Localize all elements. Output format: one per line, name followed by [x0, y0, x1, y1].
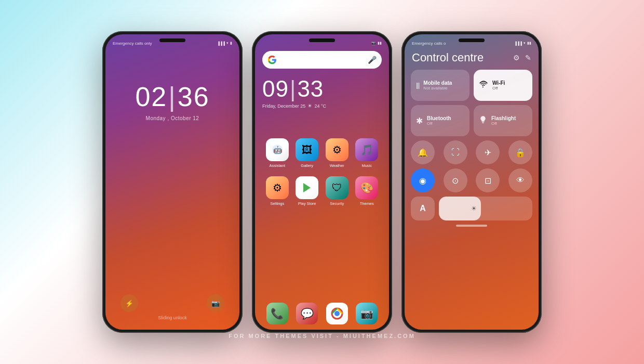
- app-security[interactable]: 🛡 Security: [324, 176, 351, 206]
- signal-icon: ▐▐▐: [217, 42, 225, 45]
- phone2-time-widget: 09 | 33 Friday, December 25 ☀ 24 °C: [262, 76, 326, 109]
- phone1-lock-bottom: ⚡ 📷 Sliding unlock: [105, 294, 239, 320]
- weather-app-icon: ⚙: [326, 138, 348, 161]
- location-circle[interactable]: ◉: [411, 168, 435, 192]
- phone3-notch: [459, 38, 485, 42]
- wifi-icon: ▾: [226, 41, 229, 45]
- weather-icon: ☀: [307, 103, 312, 109]
- flashlight-tile[interactable]: Flashlight Off: [474, 105, 532, 136]
- control-centre-tiles: ||| Mobile data Not available Wi-Fi Off: [411, 70, 532, 227]
- phone2-time-sep: |: [290, 76, 296, 102]
- airplane-circle[interactable]: ✈: [476, 140, 500, 164]
- wifi-label: Wi-Fi: [492, 80, 527, 86]
- phone-3: Emergency calls o ▐▐▐ ▾ ▮▮ Control centr…: [401, 31, 542, 333]
- mobile-data-sub: Not available: [423, 86, 464, 90]
- phone1-background: [105, 34, 239, 330]
- cc-settings-icon[interactable]: ⚙: [513, 54, 520, 62]
- mic-icon[interactable]: 🎤: [368, 56, 377, 64]
- phone3-signal: ▐▐▐: [514, 42, 522, 45]
- alarm-circle[interactable]: 🔔: [411, 140, 435, 164]
- dock-messages[interactable]: 💬: [296, 303, 318, 324]
- phone3-status-text: Emergency calls o: [412, 41, 446, 46]
- gallery-label: Gallery: [301, 163, 313, 168]
- app-playstore[interactable]: Play Store: [293, 176, 320, 206]
- phone2-hour: 09: [262, 76, 289, 102]
- music-label: Music: [361, 163, 372, 168]
- expand-circle[interactable]: ⊡: [476, 168, 500, 192]
- assistant-icon: 🤖: [266, 138, 289, 161]
- lock-circle[interactable]: 🔒: [508, 140, 532, 164]
- cc-edit-icon[interactable]: ✎: [525, 54, 531, 62]
- dock-chrome[interactable]: [326, 303, 348, 324]
- app-settings[interactable]: ⚙ Settings: [264, 176, 291, 206]
- brightness-tile[interactable]: ☀: [439, 197, 532, 220]
- mobile-data-icon: |||: [416, 82, 419, 89]
- eye-circle[interactable]: 👁: [508, 168, 532, 192]
- dock-phone[interactable]: 📞: [266, 303, 288, 324]
- app-music[interactable]: 🎵 Music: [353, 138, 380, 168]
- phone3-wifi: ▾: [524, 41, 526, 45]
- phone1-notch: [159, 38, 185, 42]
- battery-icon: ▮: [230, 41, 232, 45]
- portrait-circle[interactable]: ⛶: [444, 140, 467, 164]
- app-gallery[interactable]: 🖼 Gallery: [293, 138, 320, 168]
- cc-tiles-row1: ||| Mobile data Not available Wi-Fi Off: [411, 70, 532, 101]
- google-g-icon: [267, 55, 277, 64]
- app-weather[interactable]: ⚙ Weather: [324, 138, 351, 168]
- wifi-tile-icon: [479, 80, 488, 91]
- camera-button[interactable]: 📷: [207, 294, 224, 312]
- phone2-minute: 33: [297, 76, 324, 102]
- phone1-screen: Emergency calls only ▐▐▐ ▾ ▮ 02 | 36 Mon…: [105, 34, 239, 330]
- mobile-data-text: Mobile data Not available: [423, 80, 464, 90]
- phone2-weather: 24 °C: [314, 103, 326, 109]
- mobile-data-tile[interactable]: ||| Mobile data Not available: [411, 70, 469, 101]
- flashlight-icon: [479, 115, 487, 126]
- cc-bottom-row: A ☀: [411, 197, 532, 220]
- flashlight-label: Flashlight: [491, 115, 527, 121]
- themes-icon: 🎨: [355, 176, 378, 199]
- weather-label: Weather: [330, 163, 344, 168]
- phone3-status-icons: ▐▐▐ ▾ ▮▮: [514, 41, 531, 45]
- phone1-minute: 36: [178, 81, 210, 112]
- phone3-screen: Emergency calls o ▐▐▐ ▾ ▮▮ Control centr…: [405, 34, 539, 330]
- assistant-label: Assistant: [270, 163, 285, 168]
- app-assistant[interactable]: 🤖 Assistant: [264, 138, 291, 168]
- settings-label: Settings: [270, 201, 284, 206]
- app-row-2: ⚙ Settings Play Store 🛡 Security 🎨 Theme…: [262, 176, 382, 206]
- app-themes[interactable]: 🎨 Themes: [353, 176, 380, 206]
- flashlight-sub: Off: [491, 121, 527, 126]
- svg-text:🤖: 🤖: [273, 146, 282, 154]
- brightness-fill: ☀: [439, 197, 481, 220]
- font-tile[interactable]: A: [411, 197, 435, 220]
- watermark: FOR MORE THEMES VISIT - MIUITHEMEZ.COM: [229, 333, 415, 339]
- cc-circles-row2: ◉ ⊙ ⊡ 👁: [411, 168, 532, 192]
- mobile-data-label: Mobile data: [423, 80, 464, 86]
- phone2-camera-icon: 📷: [371, 41, 376, 45]
- control-centre-title: Control centre: [412, 51, 484, 64]
- svg-point-4: [334, 311, 340, 316]
- search-bar[interactable]: 🎤: [262, 51, 382, 69]
- wifi-tile[interactable]: Wi-Fi Off: [474, 70, 532, 101]
- wifi-sub: Off: [492, 86, 527, 90]
- phone1-quick-actions: ⚡ 📷: [120, 294, 224, 312]
- bluetooth-label: Bluetooth: [427, 115, 464, 121]
- phone1-time-sep: |: [168, 81, 177, 112]
- phone2-dock: 📞 💬 📷: [262, 303, 382, 324]
- phone2-status-icons: 📷 ▮▮: [371, 41, 382, 45]
- flashlight-button[interactable]: ⚡: [120, 294, 138, 312]
- phone1-clock: 02 | 36: [105, 81, 239, 112]
- bluetooth-tile[interactable]: ✱ Bluetooth Off: [411, 105, 469, 136]
- phone1-status-icons: ▐▐▐ ▾ ▮: [217, 41, 232, 45]
- gallery-icon: 🖼: [296, 138, 318, 161]
- sliding-unlock-label: Sliding unlock: [158, 315, 187, 320]
- control-centre-icons: ⚙ ✎: [513, 54, 531, 62]
- playstore-label: Play Store: [298, 201, 316, 206]
- cc-tiles-row2: ✱ Bluetooth Off Flashlight Off: [411, 105, 532, 136]
- dock-camera[interactable]: 📷: [356, 303, 378, 324]
- record-circle[interactable]: ⊙: [444, 168, 467, 192]
- phone1-date: Monday , October 12: [105, 115, 239, 121]
- phone2-date-weather: Friday, December 25 ☀ 24 °C: [262, 103, 326, 109]
- app-row-1: 🤖 Assistant 🖼 Gallery ⚙ Weather 🎵 Music: [262, 138, 382, 168]
- phone2-screen: 📷 ▮▮ 🎤 09 | 33 Friday, December 25 ☀: [255, 34, 389, 330]
- bluetooth-sub: Off: [427, 121, 464, 126]
